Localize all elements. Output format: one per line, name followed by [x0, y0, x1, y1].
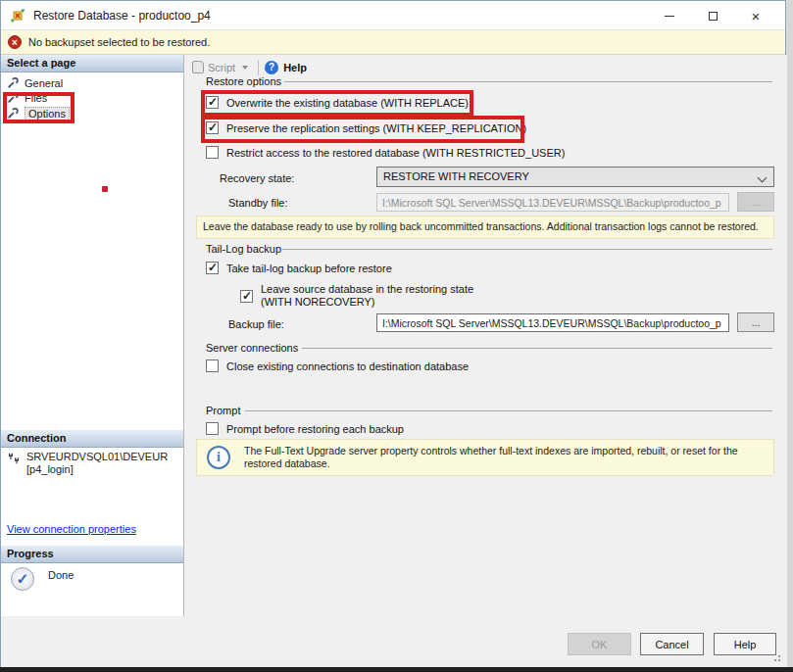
close-connections-checkbox[interactable] — [206, 360, 219, 372]
sidebar-item-general[interactable]: General — [7, 75, 63, 90]
close-connections-label: Close existing connections to destinatio… — [226, 360, 469, 372]
progress-status-row: ✓ Done — [11, 567, 74, 591]
background-strip — [787, 0, 793, 667]
annotation-box-options — [3, 92, 74, 123]
script-button[interactable]: Script — [184, 59, 252, 75]
footer: OK Cancel Help — [1, 616, 787, 668]
wrench-icon — [7, 77, 19, 89]
annotation-box-preserve — [201, 116, 524, 143]
recovery-state-dropdown[interactable]: RESTORE WITH RECOVERY — [376, 167, 774, 187]
sidebar-item-label: General — [25, 77, 63, 89]
group-divider — [302, 348, 772, 349]
take-tail-log-label: Take tail-log backup before restore — [226, 263, 392, 274]
help-label: Help — [283, 62, 307, 73]
fulltext-note: The Full-Text Upgrade server property co… — [244, 445, 766, 470]
done-check-icon: ✓ — [11, 567, 34, 591]
window-title: Restore Database - productoo_p4 — [33, 9, 211, 23]
connection-info: SRVEURDVSQL01\DEVEUR [p4_login] — [7, 451, 168, 476]
recovery-note: Leave the database ready to use by rolli… — [196, 216, 774, 239]
info-icon: i — [207, 446, 230, 469]
alert-message: No backupset selected to be restored. — [28, 36, 210, 48]
group-divider — [282, 249, 772, 250]
sidebar: Select a page General Files — [1, 55, 184, 616]
annotation-red-dot — [102, 186, 108, 192]
script-label: Script — [208, 62, 235, 73]
cancel-button[interactable]: Cancel — [640, 633, 704, 655]
error-icon: × — [8, 35, 22, 49]
leave-source-checkbox-row[interactable]: Leave source database in the restoring s… — [240, 283, 473, 309]
restrict-access-label: Restrict access to the restored database… — [226, 147, 565, 159]
connection-plug-icon — [7, 452, 21, 465]
script-dropdown-icon[interactable] — [242, 66, 248, 70]
restrict-access-checkbox-row[interactable]: Restrict access to the restored database… — [206, 146, 565, 159]
prompt-before-label: Prompt before restoring each backup — [226, 423, 404, 435]
maximize-icon — [709, 12, 718, 21]
screenshot-root: Restore Database - productoo_p4 × × No b… — [0, 0, 793, 672]
minimize-icon — [665, 16, 674, 17]
prompt-before-checkbox[interactable] — [206, 422, 219, 435]
prompt-before-checkbox-row[interactable]: Prompt before restoring each backup — [206, 422, 404, 435]
resize-grip-icon[interactable] — [773, 654, 781, 662]
standby-file-input: I:\Microsoft SQL Server\MSSQL13.DEVEUR\M… — [376, 193, 729, 212]
tail-log-group-title: Tail-Log backup — [206, 243, 281, 255]
connection-login: [p4_login] — [26, 463, 168, 476]
window-controls: × — [648, 1, 777, 30]
recovery-state-label: Recovery state: — [220, 172, 294, 184]
take-tail-log-checkbox[interactable] — [206, 262, 219, 274]
minimize-button[interactable] — [648, 1, 691, 30]
bottom-dark-strip — [0, 667, 793, 672]
title-bar: Restore Database - productoo_p4 × — [1, 1, 785, 30]
standby-file-label: Standby file: — [228, 197, 288, 209]
help-icon: ? — [265, 61, 278, 74]
connection-server: SRVEURDVSQL01\DEVEUR — [26, 451, 168, 463]
leave-source-label-line1: Leave source database in the restoring s… — [261, 283, 473, 295]
prompt-group-title: Prompt — [206, 405, 240, 416]
backup-browse-button[interactable]: ... — [737, 312, 774, 332]
take-tail-log-checkbox-row[interactable]: Take tail-log backup before restore — [206, 262, 392, 274]
recovery-state-value: RESTORE WITH RECOVERY — [383, 170, 529, 182]
connection-header: Connection — [1, 430, 183, 448]
backup-file-label: Backup file: — [228, 318, 284, 330]
close-icon: × — [752, 9, 761, 24]
alert-bar: × No backupset selected to be restored. — [1, 30, 785, 55]
server-connections-group-title: Server connections — [206, 342, 298, 354]
leave-source-checkbox[interactable] — [240, 290, 253, 303]
standby-browse-button: ... — [737, 192, 774, 212]
view-connection-properties-link[interactable]: View connection properties — [7, 523, 136, 535]
restore-database-icon — [10, 8, 25, 24]
progress-status: Done — [48, 569, 74, 581]
restore-options-group-title: Restore options — [206, 75, 281, 87]
maximize-button[interactable] — [691, 1, 734, 30]
ok-button: OK — [568, 633, 631, 655]
help-toolbar-button[interactable]: ? Help — [265, 61, 307, 74]
fulltext-info-box: i The Full-Text Upgrade server property … — [196, 439, 774, 476]
group-divider — [245, 410, 772, 411]
script-icon — [192, 61, 204, 73]
help-button[interactable]: Help — [714, 633, 776, 655]
select-a-page-header: Select a page — [1, 55, 183, 72]
restrict-access-checkbox[interactable] — [206, 146, 219, 159]
leave-source-label-line2: (WITH NORECOVERY) — [261, 296, 375, 308]
chevron-down-icon — [759, 174, 767, 182]
toolbar-divider — [258, 60, 259, 75]
group-divider — [284, 81, 772, 82]
progress-header: Progress — [1, 546, 183, 563]
close-connections-checkbox-row[interactable]: Close existing connections to destinatio… — [206, 360, 469, 372]
backup-file-input[interactable]: I:\Microsoft SQL Server\MSSQL13.DEVEUR\M… — [376, 313, 729, 332]
annotation-box-overwrite — [201, 90, 473, 117]
close-button[interactable]: × — [734, 1, 777, 30]
